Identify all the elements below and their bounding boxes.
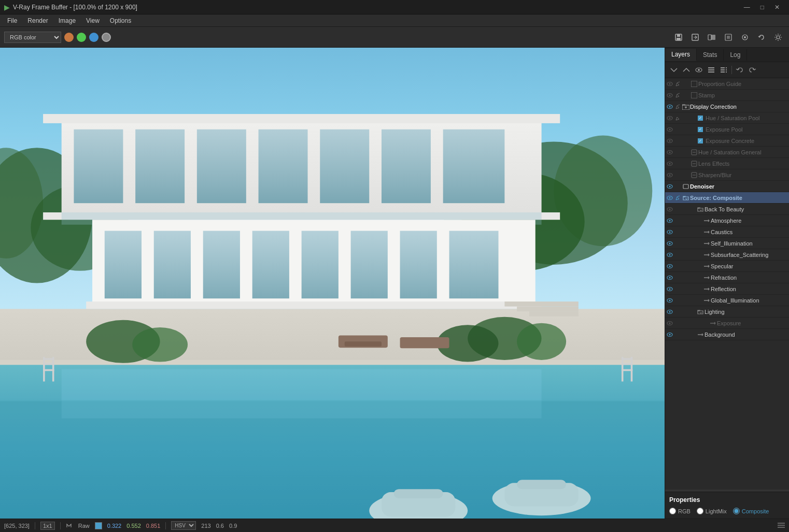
layer-vis-background[interactable] [665, 329, 674, 340]
layer-vis-caustics[interactable] [665, 226, 674, 238]
layer-vis-back-to-beauty[interactable] [665, 204, 674, 215]
layer-vis-reflection[interactable] [665, 283, 674, 295]
layer-vis-subsurface-scattering[interactable] [665, 249, 674, 261]
menu-view[interactable]: View [81, 16, 105, 25]
layer-vis-lens-effects[interactable] [665, 158, 674, 169]
tab-log[interactable]: Log [724, 49, 747, 61]
status-settings-icon[interactable] [778, 522, 785, 530]
color-swatch-2[interactable] [77, 33, 86, 42]
layer-item-proportion-guide[interactable]: Proportion Guide [665, 78, 789, 90]
layer-vis-denoiser[interactable] [665, 181, 674, 192]
region-icon[interactable] [722, 31, 735, 44]
close-button[interactable]: ✕ [769, 4, 785, 11]
maximize-button[interactable]: □ [755, 4, 769, 11]
prop-composite-option[interactable]: Composite [733, 508, 769, 514]
layer-item-caustics[interactable]: Caustics [665, 226, 789, 238]
layer-vis-refraction[interactable] [665, 272, 674, 283]
layer-list[interactable]: Proportion Guide Stamp [665, 78, 789, 490]
layer-item-lens-effects[interactable]: Lens Effects [665, 158, 789, 169]
layer-vis-atmosphere[interactable] [665, 215, 674, 226]
layer-vis-source-composite[interactable] [665, 192, 674, 204]
layer-move-up-btn[interactable] [681, 64, 692, 76]
exposure-concrete-label: Exposure Concrete [705, 138, 787, 144]
track-icon[interactable] [738, 31, 752, 44]
status-raw-label: Raw [78, 523, 90, 529]
svg-rect-55 [43, 358, 54, 360]
layer-vis-stamp[interactable] [665, 90, 674, 101]
prop-rgb-option[interactable]: RGB [669, 508, 691, 514]
layer-vis-global-illumination[interactable] [665, 295, 674, 306]
prop-lightmix-radio[interactable] [697, 508, 703, 514]
layer-item-subsurface-scattering[interactable]: Subsurface_Scattering [665, 249, 789, 261]
proportion-guide-label: Proportion Guide [698, 81, 787, 87]
svg-rect-78 [708, 69, 714, 70]
layer-vis-exposure-concrete[interactable] [665, 135, 674, 147]
prop-rgb-radio[interactable] [669, 508, 676, 514]
layer-item-background[interactable]: Background [665, 329, 789, 340]
layer-item-specular[interactable]: Specular [665, 261, 789, 272]
background-label: Background [705, 332, 787, 338]
svg-rect-27 [320, 130, 369, 203]
layer-item-lighting[interactable]: Lighting [665, 306, 789, 318]
layer-vis-proportion-guide[interactable] [665, 78, 674, 90]
menu-file[interactable]: File [2, 16, 22, 25]
layer-item-hue-sat-general[interactable]: Hue / Saturation General [665, 147, 789, 158]
layer-item-back-to-beauty[interactable]: Back To Beauty [665, 204, 789, 215]
layer-item-global-illumination[interactable]: Global_Illumination [665, 295, 789, 306]
svg-rect-34 [154, 231, 191, 299]
layer-visibility-btn[interactable] [693, 64, 705, 76]
layer-item-exposure-pool[interactable]: ✓ Exposure Pool [665, 124, 789, 135]
compare-icon[interactable] [705, 31, 718, 44]
settings-icon[interactable] [771, 31, 785, 44]
layer-item-source-composite[interactable]: Source: Composite [665, 192, 789, 204]
layer-item-exposure-concrete[interactable]: ✓ Exposure Concrete [665, 135, 789, 147]
save-icon[interactable] [672, 31, 685, 44]
svg-rect-177 [778, 527, 785, 528]
layer-vis-lighting[interactable] [665, 306, 674, 318]
layer-vis-specular[interactable] [665, 261, 674, 272]
layer-item-sharpen-blur[interactable]: Sharpen/Blur [665, 169, 789, 181]
color-swatch-4[interactable] [102, 33, 111, 42]
load-icon[interactable] [688, 31, 702, 44]
layer-vis-hue-sat-general[interactable] [665, 147, 674, 158]
layer-vis-hue-sat-pool[interactable] [665, 112, 674, 124]
layer-vis-self-illumination[interactable] [665, 238, 674, 249]
prop-lightmix-option[interactable]: LightMix [697, 508, 727, 514]
layer-item-display-correction[interactable]: Display Correction [665, 101, 789, 112]
image-viewport[interactable] [0, 48, 665, 519]
layer-vis-sharpen-blur[interactable] [665, 169, 674, 181]
layer-edit-self-illumination [674, 238, 682, 249]
layer-vis-exposure-pool[interactable] [665, 124, 674, 135]
layer-redo-btn[interactable] [746, 64, 758, 76]
tab-layers[interactable]: Layers [665, 49, 697, 61]
layer-mode-btn[interactable] [706, 64, 717, 76]
layer-undo-btn[interactable] [734, 64, 745, 76]
layer-item-atmosphere[interactable]: Atmosphere [665, 215, 789, 226]
layer-item-reflection[interactable]: Reflection [665, 283, 789, 295]
layer-move-down-btn[interactable] [668, 64, 680, 76]
menu-render[interactable]: Render [22, 16, 53, 25]
status-colormode-select[interactable]: HSV HSL RGB [171, 521, 196, 530]
layer-vis-display-correction[interactable] [665, 101, 674, 112]
undo-icon[interactable] [755, 31, 768, 44]
minimize-button[interactable]: — [739, 4, 755, 11]
prop-composite-radio[interactable] [733, 508, 740, 514]
menu-image[interactable]: Image [53, 16, 81, 25]
layer-vis-exposure[interactable] [665, 318, 674, 329]
color-swatch-1[interactable] [64, 33, 74, 42]
tab-stats[interactable]: Stats [697, 49, 724, 61]
layer-edit-specular [674, 261, 682, 272]
color-mode-select[interactable]: RGB color Alpha Luminance [4, 32, 61, 43]
layer-item-hue-sat-pool[interactable]: ✓ Hue / Saturation Pool [665, 112, 789, 124]
layer-item-denoiser[interactable]: Denoiser [665, 181, 789, 192]
properties-title: Properties [669, 496, 785, 504]
layer-item-stamp[interactable]: Stamp [665, 90, 789, 101]
svg-rect-28 [382, 130, 431, 203]
sharpen-blur-type-icon [690, 169, 698, 181]
layer-item-exposure[interactable]: Exposure [665, 318, 789, 329]
layer-list-btn[interactable] [718, 64, 729, 76]
layer-item-self-illumination[interactable]: Self_Illumination [665, 238, 789, 249]
menu-options[interactable]: Options [105, 16, 136, 25]
layer-item-refraction[interactable]: Refraction [665, 272, 789, 283]
color-swatch-3[interactable] [89, 33, 98, 42]
